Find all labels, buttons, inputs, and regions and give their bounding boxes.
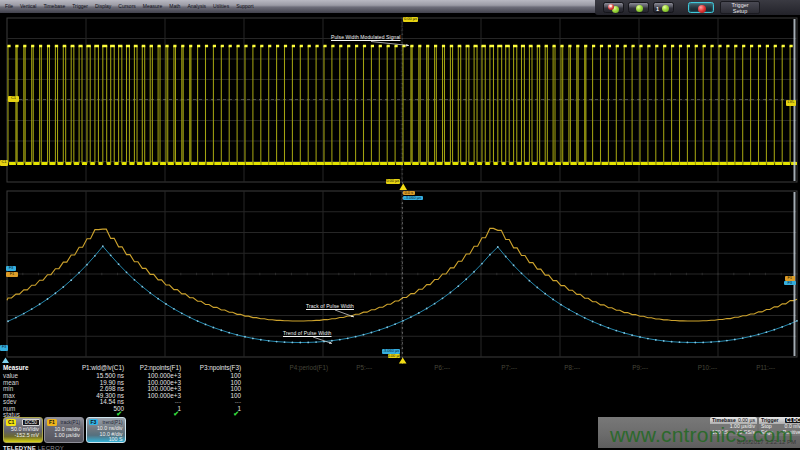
f3-trend-point (386, 326, 388, 328)
branding: TELEDYNE LECROY (3, 444, 64, 450)
f3-trend-point (726, 340, 728, 342)
f1-level-left-tag[interactable]: F1 (6, 272, 18, 277)
f3-trend-point (592, 321, 594, 323)
f3-trend-point (710, 341, 712, 343)
f3-trend-point (220, 329, 222, 331)
measure-row-label-measure: Measure (3, 364, 29, 371)
f3-trend-point (457, 285, 459, 287)
f3-trend-point (102, 245, 104, 247)
c1-descriptor-box[interactable]: C1 DC50 50.0 mV/div -152.5 mV (3, 417, 43, 443)
f3-trend-point (426, 308, 428, 310)
f3-trend-point (402, 320, 404, 322)
f3-trend-point (78, 272, 80, 274)
f1-function: track(P1) (61, 420, 80, 425)
f3-trend-point (181, 312, 183, 314)
f3-trend-point (355, 336, 357, 338)
measure-col-header-inactive[interactable]: P11:--- (715, 364, 775, 371)
f3-trend-point (505, 256, 507, 258)
f3-trend-point (149, 292, 151, 294)
f3-bottom-left-tag[interactable]: F3 (0, 345, 8, 351)
measure-col-header-inactive[interactable]: P7:--- (457, 364, 517, 371)
f3-trend-point (268, 340, 270, 342)
f3-trend-point (315, 341, 317, 343)
f3-trend-point (781, 326, 783, 328)
f3-trend-point (639, 336, 641, 338)
timestamp: 8/16/2017 3:22:12 PM (737, 439, 796, 445)
f3-trend-point (623, 332, 625, 334)
f3-trend-point (647, 338, 649, 340)
f3-trend-point (252, 337, 254, 339)
f3-trend-point (773, 329, 775, 331)
f3-function: trend(P1) (103, 420, 123, 425)
measure-col-header-inactive[interactable]: P6:--- (390, 364, 450, 371)
f1-descriptor-box[interactable]: F1 track(P1) 10.0 ns/div 1.00 µs/div (44, 417, 84, 443)
f3-trend-point (299, 342, 301, 344)
f3-trend-point (347, 337, 349, 339)
lecroy-logo-text: LECROY (38, 445, 64, 450)
f1-level-right-tag: F1 (785, 276, 796, 281)
f3-trend-point (70, 279, 72, 281)
c1-zero-tag[interactable]: C1 (0, 160, 8, 166)
gap-trigger-delay-tag: 0.00 µs (386, 179, 400, 184)
f3-trend-point (687, 342, 689, 344)
f3-trend-point (473, 271, 475, 273)
f3-trend-point (197, 320, 199, 322)
f3-trend-point (189, 316, 191, 318)
f3-trend-point (663, 340, 665, 342)
f3-trend-point (418, 312, 420, 314)
f3-trend-point (465, 278, 467, 280)
measure-level-right-tag: LVL (786, 100, 796, 106)
measure-col-header-inactive[interactable]: P12:--- (780, 364, 800, 371)
f3-trend-point (796, 320, 798, 322)
f3-trend-point (118, 263, 120, 265)
measure-col-header-inactive[interactable]: P10:--- (657, 364, 717, 371)
f3-trend-point (236, 334, 238, 336)
f3-trend-point (655, 339, 657, 341)
f3-trend-point (442, 297, 444, 299)
f3-descriptor-box[interactable]: F3 trend(P1) 10.0 ns/div 10.0 #/div 100 … (86, 417, 127, 444)
f3-samples: 100 S (109, 436, 123, 442)
track-annotation: Track of Pulse Width (306, 303, 354, 309)
f3-trend-point (15, 317, 17, 319)
f3-trend-point (600, 324, 602, 326)
f3-trend-point (141, 286, 143, 288)
measure-row-label-status: status (3, 411, 20, 418)
f3-trend-point (363, 334, 365, 336)
f3-trend-point (434, 303, 436, 305)
f3-trend-point (62, 286, 64, 288)
f3-trend-point (110, 254, 112, 256)
f3-trend-point (734, 339, 736, 341)
f3-trend-point (31, 308, 33, 310)
f3-trend-point (584, 317, 586, 319)
annotation-arrowhead (329, 342, 332, 344)
f3-trend-point (489, 254, 491, 256)
f3-trend-point (450, 292, 452, 294)
measure-col-header-inactive[interactable]: P5:--- (312, 364, 372, 371)
trend-annotation: Trend of Pulse Width (283, 330, 332, 336)
f3-trend-point (529, 280, 531, 282)
f3-trend-point (394, 323, 396, 325)
measure-col-header-inactive[interactable]: P9:--- (588, 364, 648, 371)
bottom-f3-delay-tag: -3.060 µs (382, 349, 400, 354)
f1-hdiv: 1.00 µs/div (54, 432, 80, 438)
f3-level-left-tag[interactable]: F3 (6, 266, 16, 272)
c1-pwm-edges (8, 46, 790, 164)
f3-trend-point (671, 341, 673, 343)
f3-trend-point (213, 327, 215, 329)
measure-col-header[interactable]: P3:npoints(F3) (151, 364, 241, 371)
measure-col-header-inactive[interactable]: P8:--- (520, 364, 580, 371)
f3-trend-point (94, 255, 96, 257)
f3-trend-point (789, 323, 791, 325)
c1-offset: -152.5 mV (15, 432, 39, 438)
f3-trend-point (513, 264, 515, 266)
trigger-time-tag[interactable]: 0.00 µs (403, 17, 418, 22)
f3-trend-point (39, 303, 41, 305)
f3-trend-point (608, 327, 610, 329)
f3-trend-point (126, 271, 128, 273)
f3-trend-point (86, 264, 88, 266)
f3-trend-point (410, 316, 412, 318)
f3-trend-point (750, 336, 752, 338)
f3-trend-point (260, 339, 262, 341)
f3-trend-point (7, 320, 9, 322)
f3-trend-point (339, 339, 341, 341)
